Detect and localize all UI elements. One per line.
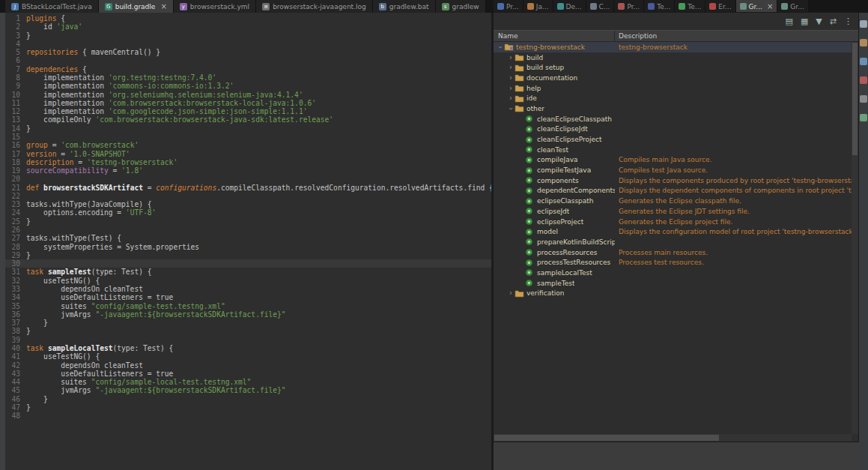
code-line[interactable]: 2 id 'java' bbox=[5, 22, 491, 31]
view-tab-Er...[interactable]: Er... bbox=[705, 0, 735, 13]
tree-item-ide[interactable]: ›ide bbox=[494, 93, 852, 103]
editor-tab-gradlew.bat[interactable]: bgradlew.bat bbox=[373, 0, 436, 13]
chevron-down-icon[interactable]: › bbox=[507, 105, 515, 112]
chevron-right-icon[interactable]: › bbox=[507, 289, 515, 297]
tree-item-prepareKotlinBuildScript[interactable]: prepareKotlinBuildScript bbox=[494, 237, 852, 247]
tree-item-compileJava[interactable]: compileJavaCompiles main Java source. bbox=[494, 155, 852, 166]
chevron-right-icon[interactable]: › bbox=[507, 94, 515, 102]
code-line[interactable]: 47} bbox=[5, 403, 491, 412]
close-icon[interactable]: × bbox=[160, 3, 166, 10]
code-line[interactable]: 43 useDefaultListeners = true bbox=[5, 370, 491, 378]
view-tab-Pr...[interactable]: Pr... bbox=[614, 0, 644, 13]
code-line[interactable]: 16group = 'com.browserstack' bbox=[5, 141, 491, 149]
view-tab-C...[interactable]: C... bbox=[586, 0, 615, 13]
code-line[interactable]: 38} bbox=[5, 327, 491, 335]
code-line[interactable]: 6 bbox=[5, 56, 491, 64]
code-line[interactable]: 34 useDefaultListeners = true bbox=[5, 293, 491, 301]
editor-tab-gradlew[interactable]: sgradlew bbox=[436, 0, 486, 13]
editor-tab-build.gradle[interactable]: Gbuild.gradle× bbox=[99, 0, 174, 13]
code-line[interactable]: 46 } bbox=[5, 395, 491, 403]
code-line[interactable]: 22 bbox=[5, 192, 491, 200]
code-line[interactable]: 45 jvmArgs "-javaagent:${browserstackSDK… bbox=[5, 386, 491, 394]
code-line[interactable]: 13 compileOnly 'com.browserstack:browser… bbox=[5, 115, 491, 124]
tree-item-build[interactable]: ›build bbox=[494, 52, 852, 63]
chevron-right-icon[interactable]: › bbox=[507, 54, 515, 61]
close-icon[interactable]: × bbox=[767, 3, 773, 10]
tree-item-eclipseClasspath[interactable]: eclipseClasspathGenerates the Eclipse cl… bbox=[494, 196, 852, 206]
minimized-view-icon-1[interactable] bbox=[860, 20, 867, 28]
tree-item-sampleTest[interactable]: sampleTest bbox=[494, 278, 852, 289]
tree-item-processResources[interactable]: processResourcesProcesses main resources… bbox=[494, 247, 852, 258]
minimized-view-icon-3[interactable] bbox=[860, 58, 867, 65]
tree-item-cleanTest[interactable]: cleanTest bbox=[494, 145, 852, 155]
refresh-tasks-icon[interactable]: ⇄ bbox=[830, 17, 837, 25]
editor-tab-browserstack-javaagent.log[interactable]: ≡browserstack-javaagent.log bbox=[256, 0, 373, 13]
view-tab-Te...[interactable]: Te... bbox=[675, 0, 705, 13]
chevron-down-icon[interactable]: › bbox=[497, 43, 504, 51]
code-line[interactable]: 8 implementation 'org.testng:testng:7.4.… bbox=[5, 73, 491, 82]
minimized-view-icon-5[interactable] bbox=[860, 95, 867, 103]
collapse-node-icon[interactable]: ▦ bbox=[801, 17, 808, 25]
tree-item-cleanEclipseProject[interactable]: cleanEclipseProject bbox=[494, 134, 852, 145]
tree-item-processTestResources[interactable]: processTestResourcesProcesses test resou… bbox=[494, 257, 852, 268]
code-line[interactable]: 26 bbox=[5, 226, 491, 234]
view-menu-icon[interactable]: ⋮ bbox=[844, 17, 852, 25]
vertical-scrollbar[interactable] bbox=[852, 42, 858, 434]
view-tab-Gr...[interactable]: Gr... bbox=[777, 0, 808, 13]
column-header-name[interactable]: Name bbox=[494, 31, 615, 41]
code-line[interactable]: 42 dependsOn cleanTest bbox=[5, 361, 491, 370]
tree-item-help[interactable]: ›help bbox=[494, 83, 852, 94]
code-line[interactable]: 41 useTestNG() { bbox=[5, 352, 491, 361]
code-line[interactable]: 17version = '1.0-SNAPSHOT' bbox=[5, 150, 491, 158]
tree-item-verification[interactable]: ›verification bbox=[494, 289, 852, 299]
code-line[interactable]: 14} bbox=[5, 124, 491, 133]
view-tab-De...[interactable]: De... bbox=[553, 0, 586, 13]
tree-item-testng-browserstack[interactable]: ›testng-browserstacktestng-browserstack bbox=[494, 42, 852, 52]
tree-item-cleanEclipseJdt[interactable]: cleanEclipseJdt bbox=[494, 124, 852, 135]
horizontal-scrollbar-thumb[interactable] bbox=[494, 435, 719, 441]
code-line[interactable]: 40task sampleLocalTest(type: Test) { bbox=[5, 344, 491, 352]
tree-item-eclipseProject[interactable]: eclipseProjectGenerates the Eclipse proj… bbox=[494, 217, 852, 227]
tree-item-build setup[interactable]: ›build setup bbox=[494, 62, 852, 73]
tree-item-compileTestJava[interactable]: compileTestJavaCompiles test Java source… bbox=[494, 165, 852, 175]
code-line[interactable]: 30 bbox=[5, 259, 491, 268]
code-line[interactable]: 10 implementation 'org.seleniumhq.seleni… bbox=[5, 91, 491, 99]
minimized-view-icon-4[interactable] bbox=[860, 76, 867, 84]
code-line[interactable]: 37 } bbox=[5, 319, 491, 327]
column-header-description[interactable]: Description bbox=[615, 32, 858, 40]
code-line[interactable]: 19sourceCompatibility = '1.8' bbox=[5, 166, 491, 175]
code-line[interactable]: 11 implementation 'com.browserstack:brow… bbox=[5, 99, 491, 107]
view-tab-Ja...[interactable]: Ja... bbox=[523, 0, 553, 13]
tree-item-dependentComponents[interactable]: dependentComponentsDisplays the dependen… bbox=[494, 186, 852, 196]
code-line[interactable]: 25} bbox=[5, 217, 491, 226]
code-line[interactable]: 4 bbox=[5, 40, 491, 48]
editor-tab-browserstack.yml[interactable]: ybrowserstack.yml bbox=[174, 0, 256, 13]
code-line[interactable]: 18description = 'testng-browserstack' bbox=[5, 158, 491, 166]
chevron-right-icon[interactable]: › bbox=[507, 64, 515, 71]
tree-item-sampleLocalTest[interactable]: sampleLocalTest bbox=[494, 268, 852, 278]
code-line[interactable]: 7dependencies { bbox=[5, 65, 491, 73]
code-line[interactable]: 9 implementation 'commons-io:commons-io:… bbox=[5, 82, 491, 90]
code-line[interactable]: 36 jvmArgs "-javaagent:${browserstackSDK… bbox=[5, 310, 491, 319]
view-tab-Gr...[interactable]: Gr...× bbox=[736, 0, 778, 13]
code-line[interactable]: 12 implementation 'com.googlecode.json-s… bbox=[5, 107, 491, 115]
code-line[interactable]: 44 suites "config/sample-local-test.test… bbox=[5, 378, 491, 386]
expand-node-icon[interactable]: ▤ bbox=[786, 17, 793, 25]
code-line[interactable]: 20 bbox=[5, 175, 491, 183]
code-line[interactable]: 5repositories { mavenCentral() } bbox=[5, 48, 491, 56]
code-line[interactable]: 28 systemProperties = System.properties bbox=[5, 243, 491, 251]
horizontal-scrollbar[interactable] bbox=[494, 434, 852, 442]
tree-item-eclipseJdt[interactable]: eclipseJdtGenerates the Eclipse JDT sett… bbox=[494, 206, 852, 217]
code-line[interactable]: 21def browserstackSDKArtifact = configur… bbox=[5, 184, 491, 192]
view-tab-Te...[interactable]: Te... bbox=[644, 0, 675, 13]
chevron-right-icon[interactable]: › bbox=[507, 74, 515, 82]
filter-tasks-icon[interactable]: ▼ bbox=[816, 17, 822, 25]
tree-item-cleanEclipseClasspath[interactable]: cleanEclipseClasspath bbox=[494, 114, 852, 124]
code-line[interactable]: 39 bbox=[5, 336, 491, 344]
code-line[interactable]: 23tasks.withType(JavaCompile) { bbox=[5, 200, 491, 208]
view-tab-Pr...[interactable]: Pr... bbox=[494, 0, 523, 13]
minimized-view-icon-6[interactable] bbox=[860, 114, 867, 121]
code-line[interactable]: 31task sampleTest(type: Test) { bbox=[5, 268, 491, 276]
code-line[interactable]: 35 suites "config/sample-test.testng.xml… bbox=[5, 302, 491, 310]
vertical-scrollbar-thumb[interactable] bbox=[852, 43, 858, 155]
